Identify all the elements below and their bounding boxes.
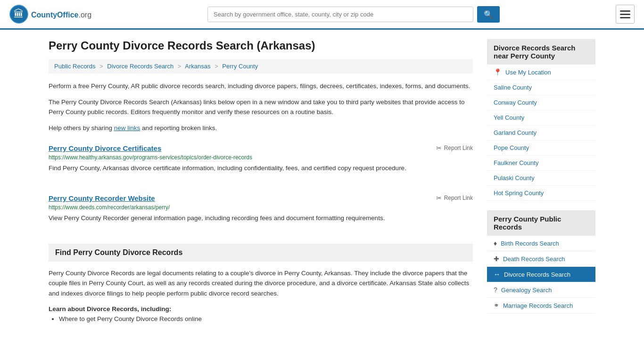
conway-county-link[interactable]: Conway County: [494, 99, 537, 106]
genealogy-link[interactable]: Genealogy Search: [501, 287, 552, 294]
genealogy-icon: ?: [494, 286, 497, 294]
breadcrumb: Public Records > Divorce Records Search …: [49, 59, 473, 74]
sidebar-nearby-hotspring[interactable]: Hot Spring County: [487, 186, 595, 201]
scissor-icon-2: ✂: [436, 194, 442, 202]
page-title: Perry County Divorce Records Search (Ark…: [49, 39, 473, 52]
sidebar-nearby-garland[interactable]: Garland County: [487, 125, 595, 140]
record-url-1: https://www.healthy.arkansas.gov/program…: [49, 154, 473, 161]
menu-line-2: [620, 14, 630, 15]
search-area: 🔍: [207, 6, 500, 23]
menu-button[interactable]: [616, 5, 635, 24]
bullet-item-1: Where to get Perry County Divorce Record…: [59, 315, 473, 322]
record-entry-2: Perry County Recorder Website ✂ Report L…: [49, 194, 473, 232]
divorce-icon: ↔: [494, 271, 500, 278]
public-records-section: Perry County Public Records ♦ Birth Reco…: [487, 210, 595, 313]
record-desc-2: View Perry County Recorder general infor…: [49, 214, 473, 223]
public-records-heading: Perry County Public Records: [487, 210, 595, 236]
breadcrumb-public-records[interactable]: Public Records: [54, 63, 95, 70]
menu-line-3: [620, 17, 630, 18]
hot-spring-county-link[interactable]: Hot Spring County: [494, 189, 544, 197]
sidebar-nearby-pulaski[interactable]: Pulaski County: [487, 171, 595, 186]
sidebar-genealogy[interactable]: ? Genealogy Search: [487, 282, 595, 298]
record-header-1: Perry County Divorce Certificates ✂ Repo…: [49, 144, 473, 152]
death-icon: ✚: [494, 255, 499, 263]
breadcrumb-perry-county[interactable]: Perry County: [222, 63, 258, 70]
breadcrumb-divorce-records[interactable]: Divorce Records Search: [107, 63, 173, 70]
report-link-2[interactable]: ✂ Report Link: [436, 194, 473, 202]
record-url-2: https://www.deeds.com/recorder/arkansas/…: [49, 204, 473, 211]
scissor-icon-1: ✂: [436, 144, 442, 152]
yell-county-link[interactable]: Yell County: [494, 114, 524, 121]
sidebar-divorce-records[interactable]: ↔ Divorce Records Search: [487, 267, 595, 282]
learn-heading: Learn about Divorce Records, including:: [49, 305, 473, 313]
birth-records-link[interactable]: Birth Records Search: [501, 240, 559, 247]
logo-text: CountyOffice.org: [31, 9, 91, 20]
saline-county-link[interactable]: Saline County: [494, 84, 532, 91]
sidebar-nearby-conway[interactable]: Conway County: [487, 95, 595, 110]
content: Perry County Divorce Records Search (Ark…: [49, 39, 473, 324]
breadcrumb-sep-1: >: [99, 63, 103, 70]
breadcrumb-arkansas[interactable]: Arkansas: [185, 63, 210, 70]
sidebar-nearby-pope[interactable]: Pope County: [487, 140, 595, 156]
sidebar-nearby-yell[interactable]: Yell County: [487, 110, 595, 125]
report-link-1[interactable]: ✂ Report Link: [436, 144, 473, 152]
location-icon: 📍: [494, 68, 502, 76]
record-entry-1: Perry County Divorce Certificates ✂ Repo…: [49, 144, 473, 182]
record-desc-1: Find Perry County, Arkansas divorce cert…: [49, 164, 473, 173]
new-links-link[interactable]: new links: [114, 124, 140, 132]
find-section-body: Perry County Divorce Records are legal d…: [49, 268, 473, 299]
breadcrumb-sep-3: >: [215, 63, 218, 70]
sidebar-nearby-faulkner[interactable]: Faulkner County: [487, 156, 595, 171]
bullet-list: Where to get Perry County Divorce Record…: [49, 315, 473, 322]
breadcrumb-sep-2: >: [178, 63, 182, 70]
sidebar-nearby-saline[interactable]: Saline County: [487, 80, 595, 95]
menu-line-1: [620, 10, 630, 12]
use-location-item[interactable]: 📍 Use My Location: [487, 65, 595, 80]
death-records-link[interactable]: Death Records Search: [503, 255, 565, 263]
sidebar-death-records[interactable]: ✚ Death Records Search: [487, 251, 595, 267]
sidebar-birth-records[interactable]: ♦ Birth Records Search: [487, 236, 595, 251]
sidebar: Divorce Records Search near Perry County…: [487, 39, 595, 324]
nearby-heading: Divorce Records Search near Perry County: [487, 39, 595, 65]
use-location-link[interactable]: Use My Location: [505, 69, 551, 76]
sidebar-marriage-records[interactable]: ⚭ Marriage Records Search: [487, 298, 595, 313]
logo-area: 🏛 CountyOffice.org: [9, 5, 91, 24]
garland-county-link[interactable]: Garland County: [494, 129, 537, 136]
main-wrapper: Perry County Divorce Records Search (Ark…: [39, 30, 605, 334]
description-2: The Perry County Divorce Records Search …: [49, 97, 473, 117]
record-header-2: Perry County Recorder Website ✂ Report L…: [49, 194, 473, 202]
pope-county-link[interactable]: Pope County: [494, 144, 529, 151]
svg-text:🏛: 🏛: [14, 8, 24, 20]
nearby-section: Divorce Records Search near Perry County…: [487, 39, 595, 201]
marriage-records-link[interactable]: Marriage Records Search: [503, 302, 573, 309]
pulaski-county-link[interactable]: Pulaski County: [494, 174, 535, 181]
search-button[interactable]: 🔍: [477, 6, 500, 23]
header: 🏛 CountyOffice.org 🔍: [0, 0, 644, 30]
description-1: Perform a free Perry County, AR public d…: [49, 81, 473, 91]
birth-icon: ♦: [494, 239, 497, 247]
record-title-1[interactable]: Perry County Divorce Certificates: [49, 144, 161, 152]
faulkner-county-link[interactable]: Faulkner County: [494, 159, 538, 166]
logo-icon: 🏛: [9, 5, 28, 24]
search-input[interactable]: [207, 7, 473, 22]
find-section-heading: Find Perry County Divorce Records: [49, 244, 473, 262]
record-title-2[interactable]: Perry County Recorder Website: [49, 194, 155, 202]
description-3: Help others by sharing new links and rep…: [49, 123, 473, 133]
marriage-icon: ⚭: [494, 302, 499, 309]
divorce-records-link[interactable]: Divorce Records Search: [504, 271, 570, 278]
